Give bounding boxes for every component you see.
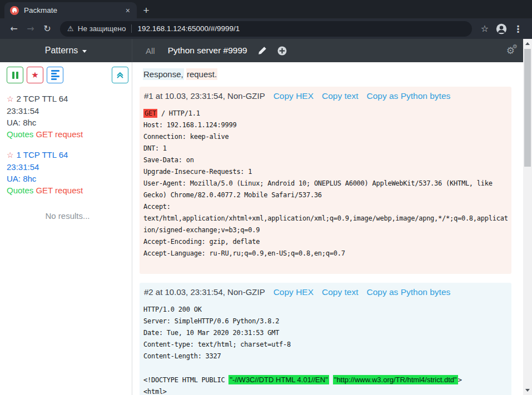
flow-tag[interactable]: GET request (36, 186, 83, 195)
browser-tab-bar: Packmate × + (0, 0, 532, 18)
packet-line: text/html,application/xhtml+xml,applicat… (143, 213, 508, 224)
packet-header: #1 at 10.03, 23:31:54, Non-GZIPCopy HEXC… (144, 91, 508, 101)
app-navbar: Patterns All Python server #9999 ⚙ ⚙ (0, 39, 523, 62)
packet-line: Host: 192.168.1.124:9999 (143, 119, 508, 131)
tab-close-icon[interactable]: × (125, 6, 131, 15)
url-text: 192.168.1.124:65000/#/9999/1 (137, 24, 240, 33)
flow-title-text: 1 TCP TTL 64 (17, 150, 68, 159)
copy-text-link[interactable]: Copy text (322, 287, 358, 297)
settings-gears-icon[interactable]: ⚙ ⚙ (506, 45, 515, 56)
page-scrollbar[interactable] (523, 39, 532, 395)
packet-meta: #1 at 10.03, 23:31:54, Non-GZIP (144, 91, 265, 101)
chevron-down-icon (82, 50, 87, 53)
packet-body: GET / HTTP/1.1Host: 192.168.1.124:9999Co… (143, 108, 508, 259)
copy-as-python-bytes-link[interactable]: Copy as Python bytes (367, 287, 451, 297)
add-pattern-icon[interactable] (277, 46, 287, 56)
copy-hex-link[interactable]: Copy HEX (274, 91, 314, 101)
highlight-green: "http://www.w3.org/TR/html4/strict.dtd" (333, 375, 458, 384)
result-legend: Response, request. (140, 69, 511, 80)
edit-pattern-pencil-icon[interactable] (258, 46, 267, 55)
copy-hex-link[interactable]: Copy HEX (274, 287, 314, 297)
flow-user-agent: UA: 8hc (7, 117, 128, 128)
flow-list: ☆2 TCP TTL 6423:31:54UA: 8hcQuotesGET re… (7, 93, 128, 196)
star-outline-icon: ☆ (7, 151, 14, 159)
flow-tag[interactable]: Quotes (7, 186, 33, 195)
star-icon: ★ (31, 70, 38, 80)
reload-icon[interactable]: ↻ (39, 23, 56, 34)
url-bar[interactable]: ⚠ Не защищено 192.168.1.124:65000/#/9999… (60, 21, 472, 37)
flow-time: 23:31:54 (7, 161, 128, 173)
packet-line: Content-Length: 3327 (143, 351, 508, 362)
packet-line: HTTP/1.0 200 OK (143, 304, 508, 316)
scrollbar-down-arrow-icon[interactable] (525, 389, 530, 392)
url-divider (131, 24, 132, 33)
star-outline-icon: ☆ (7, 94, 14, 103)
packet-meta: #2 at 10.03, 23:31:54, Non-GZIP (144, 287, 265, 297)
packet-list: #1 at 10.03, 23:31:54, Non-GZIPCopy HEXC… (140, 87, 511, 395)
packet-card: #2 at 10.03, 23:31:54, Non-GZIPCopy HEXC… (140, 283, 511, 395)
security-label: Не защищено (78, 24, 126, 33)
patterns-dropdown[interactable]: Patterns (0, 39, 132, 62)
packet-line: Upgrade-Insecure-Requests: 1 (143, 166, 508, 178)
scrollbar-up-arrow-icon[interactable] (525, 42, 530, 45)
list-icon (51, 70, 59, 80)
packet-line: <!DOCTYPE HTML PUBLIC "-//W3C//DTD HTML … (143, 374, 508, 386)
flow-title-text: 2 TCP TTL 64 (17, 94, 68, 103)
flow-user-agent: UA: 8hc (7, 173, 128, 184)
packet-line: <html> (143, 386, 508, 395)
copy-as-python-bytes-link[interactable]: Copy as Python bytes (367, 91, 451, 101)
tab-title: Packmate (24, 6, 120, 14)
packet-pane: Response, request. #1 at 10.03, 23:31:54… (132, 62, 523, 395)
packet-line: Accept-Language: ru-RU,ru;q=0.9,en-US;q=… (143, 248, 508, 259)
not-secure-warning-icon: ⚠ (67, 24, 74, 33)
packet-body: HTTP/1.0 200 OKServer: SimpleHTTP/0.6 Py… (143, 304, 508, 395)
highlight-red: GET (143, 109, 157, 118)
packet-line: GET / HTTP/1.1 (143, 108, 508, 119)
flow-entry[interactable]: ☆2 TCP TTL 6423:31:54UA: 8hcQuotesGET re… (7, 93, 128, 140)
packet-line: Gecko) Chrome/82.0.4077.2 Mobile Safari/… (143, 189, 508, 201)
sidebar-toolbar: ★ (7, 67, 128, 83)
back-icon[interactable]: ← (6, 23, 22, 34)
bookmark-star-icon[interactable]: ☆ (476, 23, 493, 34)
packet-line (143, 362, 508, 374)
flow-entry-title: ☆1 TCP TTL 64 (7, 149, 128, 161)
flow-entry[interactable]: ☆1 TCP TTL 6423:31:54UA: 8hcQuotesGET re… (7, 149, 128, 196)
pause-capture-button[interactable] (7, 67, 23, 83)
packet-line: DNT: 1 (143, 143, 508, 154)
flow-tag[interactable]: GET request (36, 129, 83, 139)
favorites-filter-button[interactable]: ★ (27, 67, 43, 83)
packet-line: Server: SimpleHTTP/0.6 Python/3.8.2 (143, 316, 508, 327)
pause-icon (12, 72, 18, 79)
flow-sidebar: ★ ☆2 TCP TTL 6423:31:54UA: 8hcQuotesGET … (0, 62, 132, 395)
scrollbar-thumb[interactable] (524, 49, 531, 167)
packet-header: #2 at 10.03, 23:31:54, Non-GZIPCopy HEXC… (144, 287, 508, 297)
packet-line: User-Agent: Mozilla/5.0 (Linux; Android … (143, 178, 508, 189)
browser-toolbar: ← → ↻ ⚠ Не защищено 192.168.1.124:65000/… (0, 18, 532, 39)
new-tab-button[interactable]: + (137, 2, 156, 18)
scroll-to-top-button[interactable] (112, 67, 128, 83)
packet-line: Accept: (143, 201, 508, 213)
flow-time: 23:31:54 (7, 105, 128, 117)
copy-text-link[interactable]: Copy text (322, 91, 358, 101)
flow-tags: QuotesGET request (7, 128, 128, 140)
packet-line: Connection: keep-alive (143, 131, 508, 143)
flow-entry-title: ☆2 TCP TTL 64 (7, 93, 128, 105)
flow-tag[interactable]: Quotes (7, 129, 33, 139)
forward-icon[interactable]: → (22, 23, 39, 34)
legend-segment: Response, (143, 68, 184, 80)
packet-line: Date: Tue, 10 Mar 2020 20:31:53 GMT (143, 327, 508, 339)
packet-line: ion/signed-exchange;v=b3;q=0.9 (143, 224, 508, 236)
browser-menu-icon[interactable]: ⋮ (510, 23, 526, 34)
list-view-button[interactable] (47, 67, 63, 83)
patterns-label: Patterns (45, 46, 78, 56)
packet-line: Save-Data: on (143, 154, 508, 166)
packmate-favicon-icon (10, 6, 19, 15)
packet-line: Content-type: text/html; charset=utf-8 (143, 339, 508, 351)
tab-all-patterns[interactable]: All (146, 46, 155, 56)
packet-card: #1 at 10.03, 23:31:54, Non-GZIPCopy HEXC… (140, 87, 511, 274)
legend-segment: request. (186, 68, 217, 80)
tab-current-pattern[interactable]: Python server #9999 (168, 46, 247, 56)
profile-avatar-icon[interactable] (493, 23, 510, 35)
browser-tab[interactable]: Packmate × (4, 2, 137, 18)
flow-tags: QuotesGET request (7, 184, 128, 196)
